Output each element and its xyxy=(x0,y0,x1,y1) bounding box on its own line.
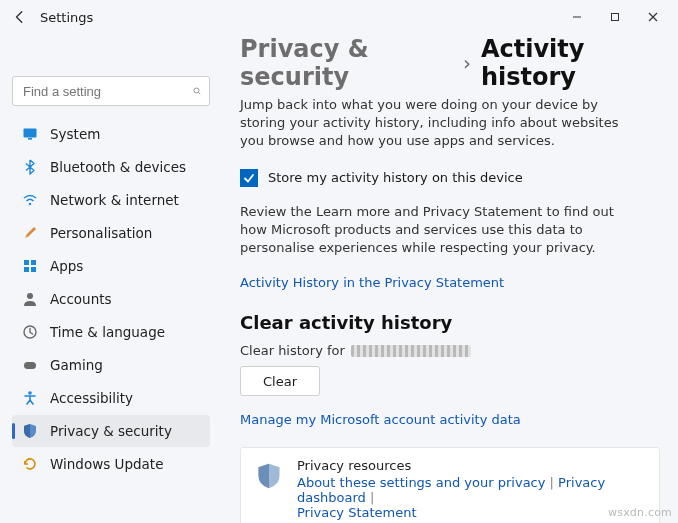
sidebar-item-label: Network & internet xyxy=(50,192,179,208)
search-input[interactable] xyxy=(21,83,193,100)
accessibility-icon xyxy=(22,390,38,406)
sidebar-item-label: System xyxy=(50,126,100,142)
svg-point-11 xyxy=(27,293,33,299)
search-box[interactable] xyxy=(12,76,210,106)
sidebar-item-privacy[interactable]: Privacy & security xyxy=(12,415,210,447)
bluetooth-icon xyxy=(22,159,38,175)
window-title: Settings xyxy=(40,10,93,25)
sidebar-item-label: Accessibility xyxy=(50,390,133,406)
sidebar: System Bluetooth & devices Network & int… xyxy=(0,34,220,523)
sidebar-item-label: Personalisation xyxy=(50,225,152,241)
store-history-row[interactable]: Store my activity history on this device xyxy=(240,169,660,187)
sidebar-item-accounts[interactable]: Accounts xyxy=(12,283,210,315)
clear-history-prefix: Clear history for xyxy=(240,343,345,358)
privacy-statement-link[interactable]: Activity History in the Privacy Statemen… xyxy=(240,275,660,290)
breadcrumb-parent[interactable]: Privacy & security xyxy=(240,35,453,91)
window-minimize-button[interactable] xyxy=(558,3,596,31)
search-icon xyxy=(193,84,201,98)
sidebar-item-gaming[interactable]: Gaming xyxy=(12,349,210,381)
breadcrumb: Privacy & security › Activity history xyxy=(240,34,660,92)
sidebar-item-bluetooth[interactable]: Bluetooth & devices xyxy=(12,151,210,183)
sidebar-item-label: Time & language xyxy=(50,324,165,340)
close-icon xyxy=(648,12,658,22)
svg-rect-7 xyxy=(24,260,29,265)
intro-text: Jump back into what you were doing on yo… xyxy=(240,96,630,151)
svg-rect-8 xyxy=(31,260,36,265)
manage-account-link[interactable]: Manage my Microsoft account activity dat… xyxy=(240,412,660,427)
gaming-icon xyxy=(22,357,38,373)
svg-point-2 xyxy=(194,88,199,93)
sidebar-item-network[interactable]: Network & internet xyxy=(12,184,210,216)
svg-rect-5 xyxy=(28,138,32,140)
clock-icon xyxy=(22,324,38,340)
svg-point-6 xyxy=(29,203,31,205)
shield-icon xyxy=(22,423,38,439)
svg-line-3 xyxy=(199,93,201,95)
resources-title: Privacy resources xyxy=(297,458,645,473)
back-button[interactable] xyxy=(8,5,32,29)
sidebar-item-label: Bluetooth & devices xyxy=(50,159,186,175)
watermark: wsxdn.com xyxy=(608,506,672,519)
sidebar-item-personalisation[interactable]: Personalisation xyxy=(12,217,210,249)
store-history-label: Store my activity history on this device xyxy=(268,170,523,185)
sidebar-item-label: Apps xyxy=(50,258,83,274)
navigation-list: System Bluetooth & devices Network & int… xyxy=(12,118,210,480)
review-text: Review the Learn more and Privacy Statem… xyxy=(240,203,630,258)
sidebar-item-update[interactable]: Windows Update xyxy=(12,448,210,480)
privacy-resources-card: Privacy resources About these settings a… xyxy=(240,447,660,523)
svg-rect-10 xyxy=(31,267,36,272)
store-history-checkbox[interactable] xyxy=(240,169,258,187)
display-icon xyxy=(22,126,38,142)
update-icon xyxy=(22,456,38,472)
paintbrush-icon xyxy=(22,225,38,241)
maximize-icon xyxy=(610,12,620,22)
sidebar-item-label: Windows Update xyxy=(50,456,163,472)
clear-section-title: Clear activity history xyxy=(240,312,660,333)
svg-rect-9 xyxy=(24,267,29,272)
wifi-icon xyxy=(22,192,38,208)
arrow-left-icon xyxy=(13,10,27,24)
sidebar-item-label: Accounts xyxy=(50,291,112,307)
checkmark-icon xyxy=(243,172,255,184)
window-maximize-button[interactable] xyxy=(596,3,634,31)
svg-rect-4 xyxy=(24,129,37,138)
svg-rect-1 xyxy=(612,14,619,21)
person-icon xyxy=(22,291,38,307)
apps-icon xyxy=(22,258,38,274)
redacted-account xyxy=(351,345,471,357)
content-area: Privacy & security › Activity history Ju… xyxy=(220,34,678,523)
sidebar-item-label: Privacy & security xyxy=(50,423,172,439)
shield-icon xyxy=(255,462,283,490)
sidebar-item-time[interactable]: Time & language xyxy=(12,316,210,348)
svg-point-14 xyxy=(28,391,32,395)
window-close-button[interactable] xyxy=(634,3,672,31)
resources-link-about[interactable]: About these settings and your privacy xyxy=(297,475,545,490)
sidebar-item-system[interactable]: System xyxy=(12,118,210,150)
resources-link-statement[interactable]: Privacy Statement xyxy=(297,505,417,520)
sidebar-item-accessibility[interactable]: Accessibility xyxy=(12,382,210,414)
chevron-right-icon: › xyxy=(463,51,471,75)
breadcrumb-current: Activity history xyxy=(481,35,660,91)
sidebar-item-apps[interactable]: Apps xyxy=(12,250,210,282)
clear-history-for-row: Clear history for xyxy=(240,343,660,358)
minimize-icon xyxy=(572,12,582,22)
svg-rect-13 xyxy=(24,362,36,369)
titlebar: Settings xyxy=(0,0,678,34)
clear-button[interactable]: Clear xyxy=(240,366,320,396)
sidebar-item-label: Gaming xyxy=(50,357,103,373)
